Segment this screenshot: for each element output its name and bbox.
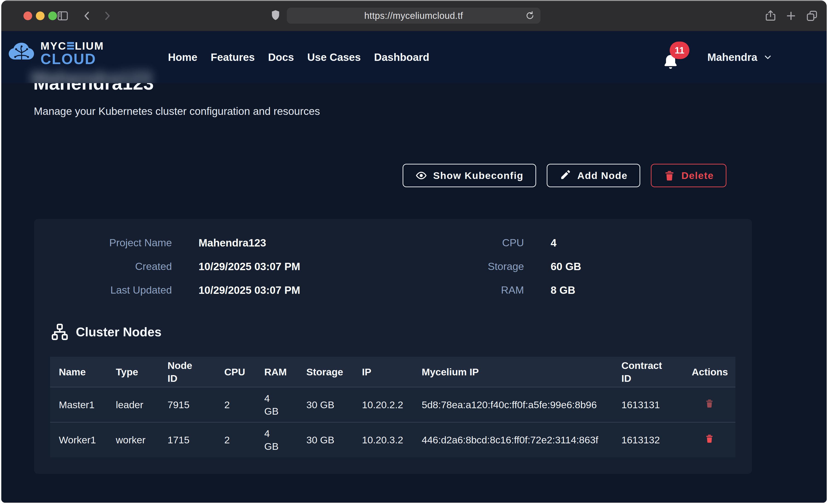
ram-label: RAM [391,284,524,296]
overview-row: Storage 60 GB [391,255,581,278]
cell-cpu: 2 [215,422,255,457]
storage-label: Storage [391,260,524,272]
nav-features[interactable]: Features [211,51,255,64]
cell-node-id: 7915 [159,387,215,422]
table-header-row: Name Type Node ID CPU RAM Storage IP Myc… [50,357,735,387]
browser-window: https://myceliumcloud.tf Mahendra123 [1,0,827,503]
overview-row: CPU 4 [391,231,581,255]
cell-name: Worker1 [50,422,107,457]
brand-logo[interactable]: MYCLIUM CLOUD [7,40,104,67]
page-viewport: Mahendra123 Manage your Kubernetes clust… [1,31,827,503]
cluster-actions: Show Kubeconfig Add Node Delete [403,164,727,187]
browser-toolbar: https://myceliumcloud.tf [1,0,827,31]
col-storage: Storage [298,357,353,387]
address-bar[interactable]: https://myceliumcloud.tf [287,8,540,24]
user-name: Mahendra [707,51,757,64]
trash-icon [704,397,714,409]
title-blur-ghost: Mahendra123 [31,67,152,83]
col-type: Type [107,357,159,387]
cell-storage: 30 GB [298,387,353,422]
page-subtitle: Manage your Kubernetes cluster configura… [34,105,320,117]
storage-value: 60 GB [551,260,581,273]
notifications-button[interactable]: 11 [660,43,692,75]
delete-node-button[interactable] [704,397,715,410]
mycelium-cloud-logo-icon [7,40,36,67]
project-name-value: Mahendra123 [199,237,266,249]
window-minimize-button[interactable] [36,11,45,20]
back-button-icon[interactable] [79,8,95,24]
delete-cluster-button[interactable]: Delete [651,164,727,187]
nav-dashboard[interactable]: Dashboard [374,51,429,64]
table-row: Master1 leader 7915 2 4 GB 30 GB 10.20.2… [50,387,735,422]
cell-name: Master1 [50,387,107,422]
last-updated-label: Last Updated [39,284,172,296]
logo-line1-post: LIUM [75,40,104,51]
delete-node-button[interactable] [704,432,715,446]
col-cpu: CPU [215,357,255,387]
cell-ip: 10.20.3.2 [353,422,413,457]
col-ip: IP [353,357,413,387]
show-kubeconfig-label: Show Kubeconfig [433,170,524,181]
new-tab-icon[interactable] [783,8,799,24]
tab-overview-icon[interactable] [804,8,820,24]
cell-cpu: 2 [215,387,255,422]
cell-ram: 4 GB [255,422,298,457]
pencil-icon [560,170,571,181]
overview-row: Last Updated 10/29/2025 03:07 PM [39,278,300,302]
cpu-label: CPU [391,237,524,249]
show-kubeconfig-button[interactable]: Show Kubeconfig [403,164,536,187]
cluster-detail-card: Project Name Mahendra123 Created 10/29/2… [34,219,752,474]
delete-label: Delete [681,170,714,181]
overview-right-column: CPU 4 Storage 60 GB RAM 8 GB [391,231,581,302]
col-name: Name [50,357,107,387]
nav-use-cases[interactable]: Use Cases [307,51,361,64]
cell-mycelium-ip: 446:d2a6:8bcd:8c16:ff0f:72e2:3114:863f [413,422,613,457]
cluster-nodes-header: Cluster Nodes [50,323,162,341]
add-node-button[interactable]: Add Node [547,164,640,187]
col-mycelium-ip: Mycelium IP [413,357,613,387]
col-node-id: Node ID [159,357,215,387]
cell-contract-id: 1613131 [613,387,683,422]
url-text: https://myceliumcloud.tf [364,10,463,21]
site-header: Mahendra123 MYCLIUM CLOUD [1,31,827,83]
col-contract-id: Contract ID [613,357,683,387]
nodes-table: Name Type Node ID CPU RAM Storage IP Myc… [50,357,735,457]
cell-storage: 30 GB [298,422,353,457]
cell-ram: 4 GB [255,387,298,422]
chevron-down-icon [763,53,773,62]
overview-row: RAM 8 GB [391,278,581,302]
table-row: Worker1 worker 1715 2 4 GB 30 GB 10.20.3… [50,422,735,457]
logo-line1-pre: MYC [40,40,67,51]
logo-line2: CLOUD [40,52,104,67]
cell-contract-id: 1613132 [613,422,683,457]
overview-row: Created 10/29/2025 03:07 PM [39,255,300,278]
col-ram: RAM [255,357,298,387]
main-nav: Home Features Docs Use Cases Dashboard [168,31,429,83]
notification-badge: 11 [670,42,690,59]
eye-icon [415,170,427,181]
cell-actions [683,387,735,422]
forward-button-icon[interactable] [99,8,115,24]
nav-home[interactable]: Home [168,51,197,64]
brand-logo-text: MYCLIUM CLOUD [40,40,104,67]
cell-mycelium-ip: 5d8:78ea:a120:f40c:ff0f:a5fe:99e6:8b96 [413,387,613,422]
trash-icon [663,170,675,181]
project-name-label: Project Name [39,237,172,249]
cell-type: worker [107,422,159,457]
logo-e-bars-icon [67,42,74,50]
window-close-button[interactable] [24,11,32,20]
reload-icon[interactable] [525,10,535,21]
created-value: 10/29/2025 03:07 PM [199,260,300,273]
overview-left-column: Project Name Mahendra123 Created 10/29/2… [39,231,300,302]
privacy-shield-icon[interactable] [267,7,284,24]
cluster-hierarchy-icon [50,323,69,341]
cpu-value: 4 [551,237,556,249]
nav-docs[interactable]: Docs [268,51,294,64]
user-menu[interactable]: Mahendra [707,31,773,83]
sidebar-toggle-icon[interactable] [55,8,71,24]
share-icon[interactable] [762,8,779,24]
created-label: Created [39,260,172,272]
cell-node-id: 1715 [159,422,215,457]
overview-row: Project Name Mahendra123 [39,231,300,255]
cell-type: leader [107,387,159,422]
